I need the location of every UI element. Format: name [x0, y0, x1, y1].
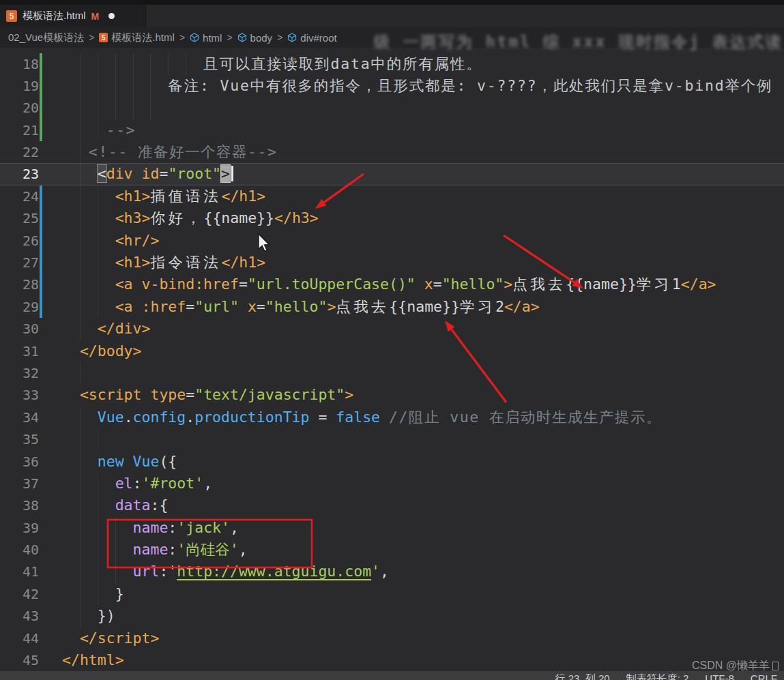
code-token: . [186, 409, 194, 426]
line-number: 32 [0, 362, 39, 384]
code-token: x [424, 276, 433, 293]
code-token: ({ [159, 453, 177, 470]
code-line-24[interactable]: 24 <h1>插值语法</h1> [0, 186, 784, 207]
code-line-18[interactable]: 18 且可以直接读取到data中的所有属性。 [0, 53, 784, 75]
code-token: </html> [62, 651, 124, 668]
code-line-23[interactable]: 23 <div id="root"> [0, 163, 784, 185]
code-token: 2 [495, 298, 504, 315]
status-encoding[interactable]: UTF-8 [705, 672, 734, 680]
code-token: Vue [98, 409, 124, 426]
line-number: 28 [0, 274, 39, 295]
breadcrumb-symbol-body[interactable]: body [237, 32, 273, 44]
code-line-33[interactable]: 33 <script type="text/javascript"> [0, 384, 784, 406]
code-token: = [186, 386, 194, 403]
code-token: "hello" [442, 276, 504, 293]
code-token: productionTip [194, 409, 309, 426]
code-token: 点我去 [512, 276, 566, 293]
breadcrumb-file[interactable]: 5模板语法.html [99, 31, 175, 44]
code-token: <a [115, 298, 133, 315]
code-token: {{name}} [203, 209, 274, 226]
code-line-43[interactable]: 43 }) [0, 605, 784, 627]
code-line-26[interactable]: 26 <hr/> [0, 230, 784, 252]
code-text: url:'http://www.atguigu.com', [62, 561, 389, 582]
code-line-44[interactable]: 44 </script> [0, 627, 784, 649]
breadcrumb-symbol-divroot[interactable]: div#root [287, 32, 336, 44]
code-line-20[interactable]: 20 [0, 97, 784, 119]
code-token: : [133, 475, 142, 492]
status-tab-size[interactable]: 制表符长度: 2 [626, 672, 689, 680]
code-token: : [159, 563, 168, 580]
code-line-35[interactable]: 35 [0, 428, 784, 450]
code-token: "root" [168, 165, 221, 182]
code-token: <hr/> [115, 232, 160, 249]
code-text: name:'尚硅谷', [62, 539, 248, 561]
line-number: 38 [0, 494, 39, 516]
code-line-34[interactable]: 34 Vue.config.productionTip = false //阻止… [0, 406, 784, 428]
code-line-27[interactable]: 27 <h1>指令语法</h1> [0, 252, 784, 274]
code-line-32[interactable]: 32 [0, 362, 784, 384]
code-text: <h1>指令语法</h1> [62, 252, 265, 274]
code-line-21[interactable]: 21 --> [0, 119, 784, 141]
code-text: } [62, 583, 124, 605]
code-line-42[interactable]: 42 } [0, 583, 784, 605]
line-number: 37 [0, 473, 39, 494]
code-line-22[interactable]: 22 <!-- 准备好一个容器--> [0, 141, 784, 163]
code-line-29[interactable]: 29 <a :href="url" x="hello">点我去{{name}}学… [0, 296, 784, 318]
code-line-30[interactable]: 30 </div> [0, 318, 784, 340]
line-number: 26 [0, 230, 39, 252]
code-token: > [504, 276, 512, 293]
code-text: </script> [62, 627, 159, 649]
video-ghost-text: 级 一两写为 html 综 xxx 现时指令j 表达式读 [374, 31, 784, 50]
code-token [416, 276, 424, 293]
status-eol[interactable]: CRLF [751, 672, 777, 680]
code-line-41[interactable]: 41 url:'http://www.atguigu.com', [0, 561, 784, 582]
breadcrumb-separator: > [227, 32, 232, 43]
code-line-37[interactable]: 37 el:'#root', [0, 473, 784, 494]
line-number: 30 [0, 318, 39, 340]
indent-guide [150, 97, 151, 119]
code-token: --> [106, 121, 136, 138]
code-line-19[interactable]: 19 备注: Vue中有很多的指令，且形式都是: v-????，此处我们只是拿v… [0, 75, 784, 97]
code-token: <a [115, 276, 133, 293]
code-line-45[interactable]: 45</html> [0, 649, 784, 671]
code-token: '#root' [142, 475, 204, 492]
code-token: 你好， [150, 209, 203, 226]
code-line-40[interactable]: 40 name:'尚硅谷', [0, 539, 784, 561]
symbol-cube-icon [287, 33, 297, 42]
code-token: = [433, 276, 442, 293]
code-token: "text/javascript" [194, 386, 345, 403]
breadcrumb-folder[interactable]: 02_Vue模板语法 [8, 31, 84, 44]
line-number: 23 [0, 163, 39, 185]
code-line-36[interactable]: 36 new Vue({ [0, 451, 784, 473]
breadcrumb-symbol-html[interactable]: html [190, 32, 222, 44]
tab-active[interactable]: 5 模板语法.html M [0, 5, 146, 27]
code-text: <!-- 准备好一个容器--> [62, 141, 277, 163]
code-token: 点我去 [336, 298, 389, 315]
code-token: </a> [681, 276, 716, 293]
status-cursor-position[interactable]: 行 23, 列 20 [555, 672, 610, 680]
line-number: 41 [0, 561, 39, 582]
code-token: v-bind:href [142, 276, 239, 293]
code-line-38[interactable]: 38 data:{ [0, 494, 784, 516]
tab-unsaved-dot-icon[interactable] [108, 13, 115, 19]
line-number: 22 [0, 141, 39, 163]
tab-title: 模板语法.html [23, 10, 86, 23]
code-text: <div id="root"> [62, 163, 233, 185]
line-number: 18 [0, 53, 39, 75]
code-text: <h3>你好，{{name}}</h3> [62, 207, 319, 229]
code-text: }) [62, 605, 115, 627]
code-token: url [133, 563, 160, 580]
code-line-25[interactable]: 25 <h3>你好，{{name}}</h3> [0, 207, 784, 229]
code-text: Vue.config.productionTip = false //阻止 vu… [62, 406, 662, 428]
line-number: 43 [0, 605, 39, 627]
code-line-31[interactable]: 31 </body> [0, 340, 784, 362]
code-token: : [168, 519, 177, 536]
git-gutter-bar [40, 53, 42, 142]
code-line-39[interactable]: 39 name:'jack', [0, 517, 784, 539]
code-token: , [230, 519, 239, 536]
code-line-28[interactable]: 28 <a v-bind:href="url.toUpperCase()" x=… [0, 274, 784, 295]
code-token: 'jack' [177, 519, 230, 536]
code-token: '尚硅谷' [177, 541, 238, 558]
code-token [380, 409, 389, 426]
line-number: 34 [0, 406, 39, 428]
